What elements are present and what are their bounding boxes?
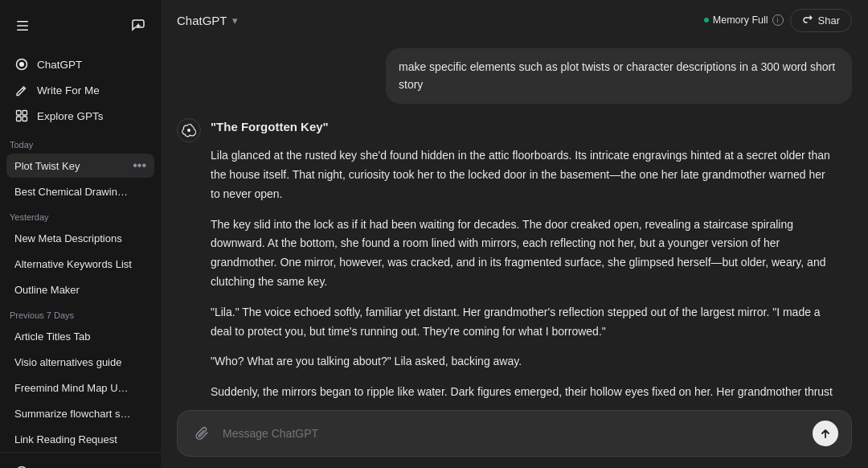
sidebar-item-plot-twist-key[interactable]: Plot Twist Key ••• — [6, 154, 154, 178]
history-item-label: Plot Twist Key — [14, 160, 133, 172]
story-title: "The Forgotten Key" — [211, 117, 836, 138]
history-item-label: Best Chemical Drawing Tools — [14, 186, 133, 198]
sidebar-header — [0, 6, 161, 45]
chatgpt-icon — [14, 57, 29, 72]
share-icon — [802, 14, 813, 26]
history-item-label: Alternative Keywords List — [14, 258, 133, 270]
svg-rect-0 — [17, 21, 28, 23]
memory-status-dot — [704, 18, 709, 23]
section-today: Today — [0, 132, 161, 153]
attach-icon — [195, 426, 210, 441]
sidebar-footer: Upgrade plan — [0, 452, 161, 468]
message-input[interactable] — [223, 427, 805, 440]
chatgpt-logo-icon — [182, 123, 196, 138]
history-item-label: Visio alternatives guide — [14, 356, 133, 368]
memory-full-button[interactable]: Memory Full i — [704, 14, 784, 26]
story-paragraph-5: Suddenly, the mirrors began to ripple li… — [211, 383, 836, 404]
sidebar-item-write-label: Write For Me — [37, 84, 100, 96]
sidebar-item-chatgpt-label: ChatGPT — [37, 59, 82, 71]
svg-rect-8 — [23, 117, 27, 121]
sidebar-item-explore-label: Explore GPTs — [37, 110, 104, 122]
attach-button[interactable] — [190, 421, 215, 445]
send-button[interactable] — [813, 421, 838, 446]
input-area — [161, 404, 868, 468]
user-message: make specific elements such as plot twis… — [386, 48, 852, 104]
story-paragraph-2: The key slid into the lock as if it had … — [211, 216, 836, 292]
svg-rect-5 — [17, 111, 22, 116]
upgrade-plan-button[interactable]: Upgrade plan — [6, 459, 154, 468]
sidebar-item-link-reading[interactable]: Link Reading Request ••• — [6, 427, 154, 451]
sidebar-item-chatgpt[interactable]: ChatGPT — [6, 51, 154, 77]
history-item-label: Outline Maker — [14, 284, 133, 296]
sidebar-item-write-for-me[interactable]: Write For Me — [6, 77, 154, 103]
svg-point-4 — [19, 62, 24, 67]
sidebar-item-alternative-keywords[interactable]: Alternative Keywords List ••• — [6, 252, 154, 276]
user-message-wrap: make specific elements such as plot twis… — [177, 48, 852, 104]
share-label: Shar — [818, 14, 840, 27]
svg-rect-1 — [17, 25, 28, 27]
sidebar-item-article-titles[interactable]: Article Titles Tab ••• — [6, 324, 154, 348]
share-button[interactable]: Shar — [790, 9, 852, 32]
user-message-text: make specific elements such as plot twis… — [399, 60, 835, 91]
story-paragraph-3: "Lila." The voice echoed softly, familia… — [211, 303, 836, 342]
svg-rect-7 — [17, 117, 22, 121]
section-prev7: Previous 7 Days — [0, 302, 161, 323]
model-selector[interactable]: ChatGPT ▾ — [177, 14, 238, 27]
new-chat-button[interactable] — [125, 13, 151, 39]
chat-area: make specific elements such as plot twis… — [161, 40, 868, 404]
svg-rect-6 — [23, 111, 27, 116]
assistant-avatar — [177, 118, 201, 142]
sidebar: ChatGPT Write For Me Explore GPTs Today … — [0, 0, 161, 468]
assistant-message-wrap: "The Forgotten Key" Lila glanced at the … — [177, 117, 852, 404]
sidebar-item-visio-alt[interactable]: Visio alternatives guide ••• — [6, 350, 154, 374]
topbar-actions: Memory Full i Shar — [704, 9, 852, 32]
history-item-label: Freemind Mind Map Update — [14, 382, 133, 394]
svg-point-10 — [187, 129, 190, 132]
more-options-icon[interactable]: ••• — [133, 158, 146, 173]
svg-rect-2 — [17, 30, 28, 31]
sidebar-item-best-chemical[interactable]: Best Chemical Drawing Tools ••• — [6, 179, 154, 203]
input-box — [177, 410, 852, 457]
sidebar-item-outline-maker[interactable]: Outline Maker ••• — [6, 277, 154, 302]
main-content: ChatGPT ▾ Memory Full i Shar make specif… — [161, 0, 868, 468]
send-icon — [820, 428, 831, 439]
toggle-sidebar-button[interactable] — [10, 13, 35, 39]
memory-full-label: Memory Full — [713, 14, 768, 26]
sidebar-item-new-meta[interactable]: New Meta Descriptions ••• — [6, 226, 154, 250]
sidebar-item-summarize[interactable]: Summarize flowchart software ••• — [6, 401, 154, 425]
chevron-down-icon: ▾ — [232, 14, 238, 27]
write-icon — [14, 83, 29, 97]
topbar: ChatGPT ▾ Memory Full i Shar — [161, 0, 868, 40]
model-title: ChatGPT — [177, 14, 227, 27]
story-paragraph-1: Lila glanced at the rusted key she'd fou… — [211, 146, 836, 203]
upgrade-icon — [14, 465, 29, 468]
history-item-label: Summarize flowchart software — [14, 408, 133, 420]
assistant-content: "The Forgotten Key" Lila glanced at the … — [211, 117, 836, 404]
history-item-label: New Meta Descriptions — [14, 232, 133, 244]
sidebar-item-freemind[interactable]: Freemind Mind Map Update ••• — [6, 376, 154, 400]
explore-icon — [14, 109, 29, 123]
sidebar-item-explore-gpts[interactable]: Explore GPTs — [6, 103, 154, 129]
history-item-label: Article Titles Tab — [14, 330, 133, 343]
sidebar-nav: ChatGPT Write For Me Explore GPTs — [0, 48, 161, 132]
history-item-label: Link Reading Request — [14, 433, 133, 445]
info-icon[interactable]: i — [772, 14, 784, 26]
story-paragraph-4: "Who? What are you talking about?" Lila … — [211, 352, 836, 372]
section-yesterday: Yesterday — [0, 204, 161, 225]
